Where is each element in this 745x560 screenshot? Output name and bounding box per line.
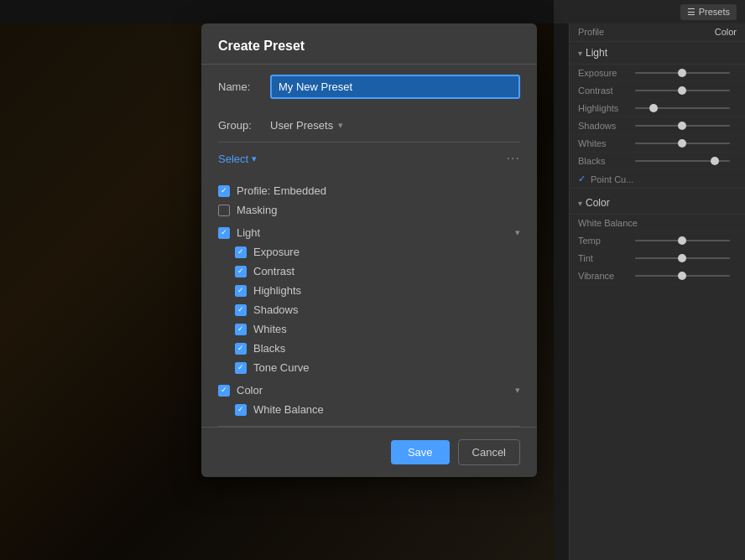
checkbox-profile-embedded[interactable]: ✓ [218, 185, 230, 197]
select-label: Select [218, 153, 248, 165]
list-item: ✓ Blacks [218, 339, 520, 358]
blacks-slider-row: Blacks [570, 153, 745, 170]
list-item: ✓ Whites [218, 319, 520, 339]
check-icon: ✓ [237, 325, 244, 333]
shadows-label: Shadows [578, 121, 628, 131]
whites-track[interactable] [635, 143, 730, 144]
whites-label: Whites [578, 138, 628, 148]
right-panel: Yours Profile Color ▾ Light Exposure Con… [569, 0, 745, 560]
name-row: Name: [201, 65, 537, 109]
group-chevron-icon: ▾ [338, 120, 343, 131]
exposure-track[interactable] [635, 72, 730, 74]
temp-label: Temp [578, 236, 628, 246]
modal-footer: Save Cancel [201, 427, 537, 477]
white-balance-label: White Balance [578, 218, 638, 228]
name-input[interactable] [270, 75, 520, 99]
list-item: ✓ Highlights [218, 281, 520, 300]
highlights-label: Highlights [578, 103, 628, 113]
highlights-track[interactable] [635, 107, 730, 109]
check-icon: ✓ [237, 364, 244, 371]
group-row: Group: User Presets ▾ [201, 109, 537, 142]
checkmark-icon: ✓ [578, 174, 586, 184]
white-balance-row: White Balance [570, 215, 745, 232]
checkbox-area: ✓ Profile: Embedded Masking ✓ Light ▾ [201, 174, 537, 426]
check-icon: ✓ [221, 187, 227, 194]
list-item: ✓ Exposure [218, 242, 520, 262]
exposure-slider-row: Exposure [570, 65, 745, 82]
checkbox-exposure[interactable]: ✓ [235, 246, 247, 258]
profile-embedded-label: Profile: Embedded [237, 184, 326, 197]
light-section-label: Light [586, 47, 607, 59]
presets-btn-label: Presets [699, 7, 730, 17]
check-icon: ✓ [237, 406, 244, 413]
checkbox-light[interactable]: ✓ [218, 227, 230, 239]
presets-button[interactable]: ☰ Presets [680, 4, 737, 20]
exposure-label: Exposure [578, 68, 628, 78]
more-button[interactable]: ··· [507, 151, 520, 166]
list-item: ✓ Contrast [218, 262, 520, 281]
select-chevron-icon: ▾ [252, 153, 257, 164]
group-select[interactable]: User Presets ▾ [270, 119, 343, 132]
temp-track[interactable] [635, 240, 730, 241]
checkbox-whites[interactable]: ✓ [235, 324, 247, 335]
check-icon: ✓ [237, 306, 244, 314]
checkbox-white-balance[interactable]: ✓ [235, 404, 247, 416]
light-section-left: ✓ Light [218, 226, 260, 239]
light-section-row: ✓ Light ▾ [218, 223, 520, 242]
vibrance-label: Vibrance [578, 271, 628, 281]
shadows-track[interactable] [635, 125, 730, 127]
check-icon: ✓ [221, 386, 227, 394]
checkbox-masking[interactable] [218, 205, 230, 216]
profile-row: Profile Color [570, 23, 745, 42]
check-icon: ✓ [221, 229, 227, 236]
light-section-cb-label: Light [237, 226, 260, 239]
save-button[interactable]: Save [391, 440, 450, 464]
tint-label: Tint [578, 253, 628, 263]
check-icon: ✓ [237, 345, 244, 352]
whites-slider-row: Whites [570, 135, 745, 153]
masking-label: Masking [237, 204, 277, 216]
checkbox-tone-curve[interactable]: ✓ [235, 362, 247, 374]
highlights-slider-row: Highlights [570, 100, 745, 117]
color-section-left: ✓ Color [218, 384, 263, 397]
checkbox-color[interactable]: ✓ [218, 385, 230, 397]
group-label: Group: [218, 119, 260, 132]
point-curve-label: Point Cu... [591, 174, 633, 184]
presets-icon: ☰ [687, 7, 696, 18]
light-section-header[interactable]: ▾ Light [570, 42, 745, 65]
group-select-text: User Presets [270, 119, 333, 132]
color-section-header[interactable]: ▾ Color [570, 192, 745, 215]
temp-row: Temp [570, 232, 745, 250]
point-curve-row[interactable]: ✓ Point Cu... [570, 170, 745, 189]
profile-label: Profile [578, 27, 604, 37]
shadows-slider-row: Shadows [570, 117, 745, 135]
select-button[interactable]: Select ▾ [218, 153, 257, 165]
list-item: ✓ Shadows [218, 300, 520, 319]
blacks-cb-label: Blacks [253, 342, 285, 355]
modal-title: Create Preset [201, 23, 537, 65]
checkbox-shadows[interactable]: ✓ [235, 304, 247, 316]
color-section-label: Color [586, 197, 610, 209]
checkbox-blacks[interactable]: ✓ [235, 343, 247, 355]
blacks-track[interactable] [635, 160, 730, 162]
modal-body: Name: Group: User Presets ▾ Select ▾ ··· [201, 65, 537, 427]
color-chevron-icon: ▾ [578, 199, 582, 208]
whites-cb-label: Whites [253, 323, 287, 335]
profile-value: Color [715, 27, 737, 37]
color-section-chevron-icon: ▾ [515, 385, 520, 396]
shadows-cb-label: Shadows [253, 303, 298, 316]
cancel-button[interactable]: Cancel [458, 439, 520, 465]
light-chevron-icon: ▾ [578, 49, 582, 58]
vibrance-track[interactable] [635, 275, 730, 277]
tint-track[interactable] [635, 257, 730, 259]
list-item: ✓ Profile: Embedded [218, 181, 520, 200]
vibrance-row: Vibrance [570, 267, 745, 285]
checkbox-highlights[interactable]: ✓ [235, 285, 247, 297]
contrast-track[interactable] [635, 90, 730, 91]
tone-curve-cb-label: Tone Curve [253, 361, 309, 374]
check-icon: ✓ [237, 267, 244, 275]
contrast-cb-label: Contrast [253, 265, 294, 277]
list-item: ✓ White Balance [218, 400, 520, 419]
checkbox-contrast[interactable]: ✓ [235, 266, 247, 277]
highlights-cb-label: Highlights [253, 284, 301, 297]
